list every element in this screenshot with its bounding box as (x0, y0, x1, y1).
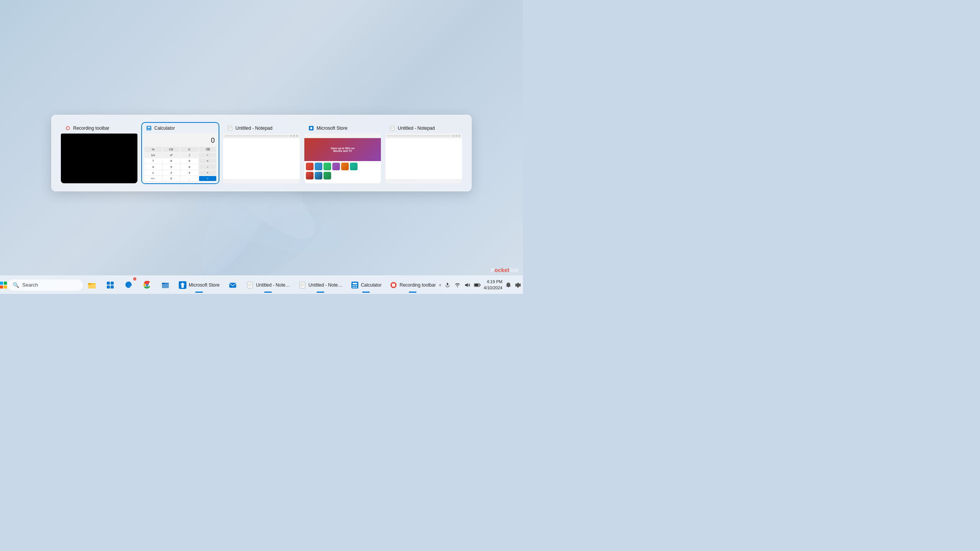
taskbar-file-explorer[interactable] (83, 277, 100, 293)
svg-rect-12 (147, 129, 148, 129)
taskbar-center-apps: 3 Microsoft Store (83, 277, 439, 293)
settings-icon[interactable] (514, 281, 522, 289)
svg-rect-54 (354, 287, 355, 288)
taskbar-recording[interactable]: Recording toolbar (386, 277, 439, 293)
switcher-item-store[interactable]: Microsoft Store Save up to 50% onMovies … (304, 123, 381, 183)
svg-rect-9 (67, 127, 69, 129)
svg-rect-39 (229, 283, 236, 288)
system-tray: ∧ 4:19 PM 4/10/2024 (439, 279, 523, 291)
svg-rect-29 (88, 283, 91, 285)
switcher-item-calculator[interactable]: Calculator 0 % CE C ⌫ 1/x x² √ ÷ 7 8 9 × (142, 123, 219, 183)
clock-display[interactable]: 4:19 PM 4/10/2024 (483, 279, 502, 291)
svg-rect-46 (301, 285, 304, 285)
taskbar-calculator[interactable]: Calculator (348, 277, 385, 293)
recording-preview (61, 134, 137, 183)
svg-rect-36 (162, 284, 169, 288)
svg-marker-60 (465, 283, 468, 287)
svg-rect-20 (229, 128, 232, 128)
svg-rect-58 (447, 283, 448, 285)
svg-rect-13 (149, 129, 149, 129)
battery-icon[interactable] (474, 281, 481, 289)
time-display: 4:19 PM (487, 279, 502, 285)
email-icon (229, 281, 237, 289)
switcher-item-notepad-1[interactable]: Untitled - Notepad (223, 123, 300, 183)
tray-overflow-button[interactable]: ∧ (439, 283, 441, 287)
snap-tool-icon (106, 281, 114, 289)
date-display: 4/10/2024 (483, 285, 502, 291)
taskbar-search[interactable]: 🔍 Search (7, 279, 83, 291)
svg-rect-32 (107, 285, 110, 289)
recording-icon (65, 125, 71, 131)
watermark: Pocketlint (491, 267, 518, 273)
svg-rect-21 (229, 129, 230, 129)
notification-button[interactable] (505, 281, 512, 289)
taskbar: 🔍 Search 3 (0, 276, 523, 294)
svg-rect-16 (149, 130, 149, 130)
search-label: Search (22, 282, 38, 288)
svg-rect-49 (353, 283, 357, 284)
store-icon (308, 125, 314, 131)
notepad-2-label: Untitled - Notepad (398, 126, 435, 131)
switcher-item-notepad-2[interactable]: Untitled - Notepad (385, 123, 462, 183)
svg-rect-50 (353, 285, 354, 286)
svg-rect-24 (391, 127, 394, 127)
switcher-item-recording[interactable]: Recording toolbar (61, 123, 137, 183)
wifi-icon[interactable] (454, 281, 461, 289)
recording-taskbar-label: Recording toolbar (400, 282, 436, 288)
svg-rect-14 (150, 129, 150, 129)
svg-rect-63 (480, 284, 480, 286)
svg-rect-19 (229, 127, 232, 127)
taskbar-files[interactable] (157, 277, 174, 293)
svg-rect-62 (475, 284, 479, 286)
files-icon (161, 281, 170, 289)
taskbar-ms-store[interactable]: Microsoft Store (175, 277, 223, 293)
edge-badge: 3 (133, 277, 136, 280)
store-label: Microsoft Store (317, 126, 348, 131)
taskbar-chrome[interactable] (139, 277, 155, 293)
volume-icon[interactable] (464, 281, 471, 289)
svg-rect-31 (111, 282, 114, 285)
notepad-2-taskbar-label: Untitled - Notepad (309, 282, 343, 288)
calculator-label: Calculator (154, 126, 175, 131)
notepad-icon-2 (389, 125, 395, 131)
notepad-2-preview (385, 134, 462, 183)
ms-store-taskbar-label: Microsoft Store (189, 282, 220, 288)
store-preview: Save up to 50% onMovies and TV (304, 134, 381, 183)
svg-rect-51 (354, 285, 355, 286)
svg-rect-55 (356, 287, 357, 288)
notepad-taskbar-icon-2 (298, 281, 307, 289)
taskbar-notepad-1[interactable]: Untitled - Notepad (243, 277, 294, 293)
svg-rect-15 (147, 130, 148, 130)
alt-tab-switcher: Recording toolbar Calculator 0 % CE C ⌫ … (51, 115, 472, 191)
taskbar-email[interactable] (224, 277, 241, 293)
svg-rect-43 (248, 286, 251, 287)
svg-rect-17 (150, 130, 150, 130)
svg-rect-53 (353, 287, 354, 288)
svg-rect-26 (391, 129, 393, 129)
notepad-1-label: Untitled - Notepad (235, 126, 273, 131)
calculator-taskbar-icon (351, 281, 359, 289)
calculator-preview: 0 % CE C ⌫ 1/x x² √ ÷ 7 8 9 × 4 5 6 (142, 134, 219, 183)
taskbar-snap-tool[interactable] (102, 277, 119, 293)
start-button[interactable] (0, 276, 7, 294)
recording-taskbar-icon (389, 281, 398, 289)
notepad-taskbar-icon-1 (246, 281, 254, 289)
chrome-icon (143, 281, 151, 289)
svg-rect-52 (356, 285, 357, 286)
recording-toolbar-label: Recording toolbar (73, 126, 109, 131)
svg-rect-30 (107, 282, 110, 285)
svg-rect-33 (111, 285, 114, 289)
ms-store-icon (178, 281, 187, 289)
windows-logo-icon (0, 282, 7, 289)
svg-rect-45 (301, 284, 304, 284)
edge-icon (124, 281, 133, 289)
calculator-taskbar-label: Calculator (361, 282, 382, 288)
microphone-icon[interactable] (444, 281, 451, 289)
taskbar-notepad-2[interactable]: Untitled - Notepad (295, 277, 346, 293)
svg-rect-47 (301, 286, 303, 287)
svg-rect-11 (147, 127, 150, 128)
notepad-1-preview (223, 134, 300, 183)
svg-rect-25 (391, 128, 394, 128)
taskbar-edge[interactable]: 3 (120, 277, 137, 293)
notepad-1-taskbar-label: Untitled - Notepad (256, 282, 291, 288)
